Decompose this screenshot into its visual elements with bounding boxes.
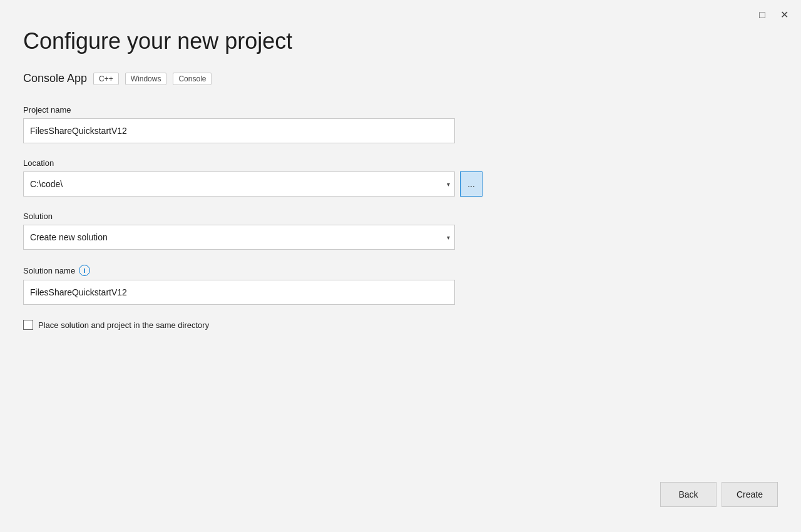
project-type-name: Console App: [23, 72, 87, 85]
tag-windows: Windows: [125, 73, 167, 85]
close-button[interactable]: ✕: [778, 8, 791, 22]
solution-name-label: Solution name i: [23, 265, 778, 276]
solution-name-section: Solution name i: [23, 265, 778, 305]
project-type-header: Console App C++ Windows Console: [23, 72, 778, 85]
page-title: Configure your new project: [23, 28, 778, 54]
main-window: □ ✕ Configure your new project Console A…: [0, 0, 801, 532]
location-label: Location: [23, 158, 778, 168]
project-name-label: Project name: [23, 105, 778, 115]
solution-name-info-icon[interactable]: i: [79, 265, 90, 276]
project-name-section: Project name: [23, 105, 778, 143]
window-controls: □ ✕: [757, 8, 791, 22]
location-input-wrapper: ▾: [23, 171, 455, 197]
solution-select-wrapper: Create new solution ▾: [23, 225, 455, 250]
browse-button[interactable]: ...: [460, 171, 482, 197]
same-directory-row: Place solution and project in the same d…: [23, 320, 778, 330]
tag-console: Console: [173, 73, 212, 85]
same-directory-label[interactable]: Place solution and project in the same d…: [38, 320, 209, 330]
location-input[interactable]: [23, 171, 455, 197]
content-area: Configure your new project Console App C…: [0, 0, 801, 355]
location-row: ▾ ...: [23, 171, 778, 197]
tag-cpp: C++: [93, 73, 119, 85]
create-button[interactable]: Create: [722, 482, 778, 507]
project-name-input[interactable]: [23, 118, 455, 143]
solution-name-input[interactable]: [23, 280, 455, 305]
maximize-button[interactable]: □: [757, 8, 768, 22]
solution-select[interactable]: Create new solution: [23, 225, 455, 250]
same-directory-checkbox[interactable]: [23, 320, 33, 330]
bottom-buttons: Back Create: [660, 482, 778, 507]
location-section: Location ▾ ...: [23, 158, 778, 197]
back-button[interactable]: Back: [660, 482, 717, 507]
solution-label: Solution: [23, 212, 778, 221]
solution-section: Solution Create new solution ▾: [23, 212, 778, 250]
